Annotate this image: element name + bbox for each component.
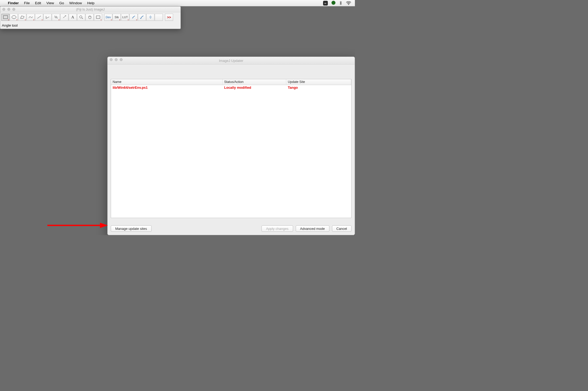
tool-picker[interactable] xyxy=(146,14,154,21)
menu-file[interactable]: File xyxy=(24,1,30,5)
updater-button-row: Manage update sites Apply changes Advanc… xyxy=(108,223,355,235)
tool-oval[interactable]: ▸ xyxy=(10,14,18,21)
svg-line-4 xyxy=(37,16,41,18)
trafficlight-minimize[interactable] xyxy=(115,58,118,61)
svg-rect-14 xyxy=(96,16,100,18)
tool-more[interactable]: >> xyxy=(165,14,173,21)
menu-app[interactable]: Finder xyxy=(8,1,19,5)
tool-options[interactable]: ▸ xyxy=(94,14,102,21)
wifi-icon[interactable] xyxy=(346,1,351,5)
imagej-window: (Fiji Is Just) ImageJ ▸ ▸ ▸ ▸ ▸ ▸ A ▸ De… xyxy=(0,6,181,29)
manage-update-sites-button[interactable]: Manage update sites xyxy=(111,225,152,232)
trafficlight-close[interactable] xyxy=(110,58,113,61)
svg-line-11 xyxy=(65,15,65,16)
imagej-window-title: (Fiji Is Just) ImageJ xyxy=(76,8,104,11)
menu-help[interactable]: Help xyxy=(87,1,94,5)
svg-point-2 xyxy=(12,16,16,19)
cancel-button[interactable]: Cancel xyxy=(332,225,351,232)
status-app-icon[interactable] xyxy=(331,1,335,6)
trafficlight-zoom[interactable] xyxy=(120,58,123,61)
updater-table: Name Status/Action Update Site lib/Win64… xyxy=(111,79,351,218)
tool-brush[interactable]: ▸ xyxy=(129,14,138,21)
trafficlight-minimize[interactable] xyxy=(7,8,10,11)
svg-point-8 xyxy=(57,18,58,18)
imagej-status: Angle tool xyxy=(0,22,180,29)
imagej-tool-row: ▸ ▸ ▸ ▸ ▸ ▸ A ▸ Dev▸ Stk▸ LUT▸ ▸ >> xyxy=(0,12,180,22)
svg-point-15 xyxy=(140,18,141,19)
creative-cloud-icon[interactable]: ∞ xyxy=(323,1,328,6)
table-row[interactable]: lib/Win64/setrEnv.ps1 Locally modified T… xyxy=(111,85,351,91)
tool-line[interactable]: ▸ xyxy=(35,14,43,21)
svg-marker-3 xyxy=(21,16,24,18)
apply-changes-button: Apply changes xyxy=(262,225,293,232)
annotation-arrow-icon xyxy=(47,222,108,228)
svg-point-0 xyxy=(348,4,349,5)
svg-point-10 xyxy=(65,16,66,16)
macos-menubar: Finder File Edit View Go Window Help ∞ xyxy=(0,0,355,6)
table-header: Name Status/Action Update Site xyxy=(111,79,351,85)
svg-point-7 xyxy=(54,16,55,16)
tool-wand[interactable] xyxy=(60,14,68,21)
svg-line-13 xyxy=(82,18,83,19)
updater-window-controls[interactable] xyxy=(110,58,123,61)
updater-titlebar[interactable]: ImageJ Updater xyxy=(108,57,355,65)
window-controls[interactable] xyxy=(2,8,15,11)
tool-hand[interactable] xyxy=(86,14,94,21)
updater-title: ImageJ Updater xyxy=(219,59,243,63)
tool-dev[interactable]: Dev▸ xyxy=(104,14,112,21)
svg-point-12 xyxy=(79,16,82,18)
menu-go[interactable]: Go xyxy=(59,1,64,5)
tool-empty[interactable] xyxy=(155,14,163,21)
col-status[interactable]: Status/Action xyxy=(223,79,286,85)
menu-view[interactable]: View xyxy=(46,1,54,5)
col-name[interactable]: Name xyxy=(111,79,223,85)
bluetooth-icon[interactable] xyxy=(339,1,342,5)
svg-line-9 xyxy=(63,16,66,18)
tool-polygon[interactable]: ▸ xyxy=(18,14,26,21)
col-site[interactable]: Update Site xyxy=(286,79,351,85)
cell-name: lib/Win64/setrEnv.ps1 xyxy=(111,85,223,91)
menu-window[interactable]: Window xyxy=(69,1,82,5)
tool-stk[interactable]: Stk▸ xyxy=(113,14,121,21)
tool-rectangle[interactable]: ▸ xyxy=(1,14,9,21)
trafficlight-close[interactable] xyxy=(2,8,5,11)
updater-dialog: ImageJ Updater Name Status/Action Update… xyxy=(107,57,355,235)
tool-text[interactable]: A xyxy=(69,14,77,21)
menu-edit[interactable]: Edit xyxy=(35,1,41,5)
tool-zoom[interactable] xyxy=(77,14,85,21)
tool-angle[interactable] xyxy=(43,14,52,21)
tool-paintbrush[interactable] xyxy=(138,14,146,21)
cell-site: Tango xyxy=(286,85,351,91)
tool-lut[interactable]: LUT▸ xyxy=(121,14,129,21)
svg-rect-1 xyxy=(3,16,8,19)
tool-freehand[interactable]: ▸ xyxy=(27,14,35,21)
svg-marker-17 xyxy=(100,223,108,228)
cell-status: Locally modified xyxy=(223,85,286,91)
imagej-titlebar[interactable]: (Fiji Is Just) ImageJ xyxy=(0,7,180,12)
tool-point[interactable]: ▸ xyxy=(52,14,60,21)
trafficlight-zoom[interactable] xyxy=(12,8,15,11)
advanced-mode-button[interactable]: Advanced mode xyxy=(296,225,329,232)
